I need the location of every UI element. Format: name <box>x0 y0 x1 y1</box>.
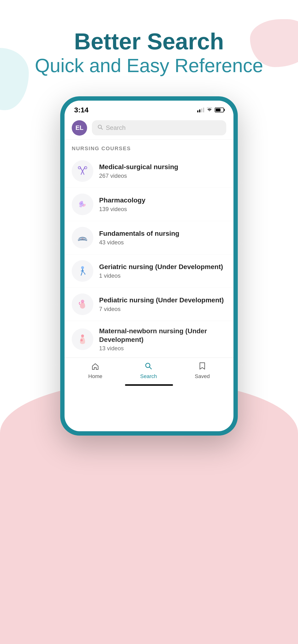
home-indicator <box>125 384 173 386</box>
app-header: EL Search <box>65 116 233 140</box>
course-title: Maternal-newborn nursing (Under Developm… <box>99 327 226 344</box>
course-count: 7 videos <box>99 306 226 312</box>
svg-line-4 <box>81 171 83 174</box>
headline-sub: Quick and Easy Reference <box>35 54 263 77</box>
search-nav-icon <box>145 362 152 372</box>
status-time: 3:14 <box>74 106 89 114</box>
course-count: 1 videos <box>99 272 226 279</box>
course-title: Medical-surgical nursing <box>99 163 226 171</box>
wifi-icon <box>207 107 212 112</box>
course-title: Pharmacology <box>99 196 226 204</box>
search-input-placeholder: Search <box>106 124 125 132</box>
svg-point-17 <box>80 339 83 342</box>
course-count: 13 videos <box>99 345 226 352</box>
course-title: Fundamentals of nursing <box>99 229 226 238</box>
signal-icon <box>197 108 204 112</box>
search-icon <box>98 124 103 131</box>
saved-icon <box>199 362 205 372</box>
course-icon-geriatric <box>72 260 93 282</box>
search-bar[interactable]: Search <box>92 120 226 135</box>
headline-main: Better Search <box>35 29 263 54</box>
phone-screen: 3:14 <box>65 100 233 431</box>
nav-item-saved[interactable]: Saved <box>195 362 210 380</box>
section-label: NURSING COURSES <box>65 140 233 154</box>
list-item[interactable]: Maternal-newborn nursing (Under Developm… <box>65 321 233 358</box>
course-count: 139 videos <box>99 206 226 212</box>
course-icon-fundamentals <box>72 227 93 248</box>
nav-label-saved: Saved <box>195 373 210 380</box>
list-item[interactable]: Pharmacology 139 videos <box>65 188 233 221</box>
svg-point-13 <box>81 266 84 269</box>
course-count: 267 videos <box>99 172 226 179</box>
nav-label-search: Search <box>140 373 157 380</box>
course-count: 43 videos <box>99 239 226 246</box>
headline-block: Better Search Quick and Easy Reference <box>35 29 263 77</box>
course-title: Pediatric nursing (Under Development) <box>99 296 226 304</box>
list-item[interactable]: Fundamentals of nursing 43 videos <box>65 221 233 254</box>
svg-line-1 <box>101 128 103 130</box>
status-bar: 3:14 <box>65 100 233 116</box>
battery-icon <box>215 108 224 112</box>
course-title: Geriatric nursing (Under Development) <box>99 262 226 271</box>
user-avatar[interactable]: EL <box>72 120 87 136</box>
status-icons <box>197 107 224 112</box>
svg-line-19 <box>150 367 152 369</box>
svg-line-5 <box>83 171 84 174</box>
list-item[interactable]: Medical-surgical nursing 267 videos <box>65 154 233 188</box>
course-icon-pharmacology <box>72 194 93 215</box>
phone-mockup: 3:14 <box>60 96 238 436</box>
course-icon-pediatric <box>72 294 93 315</box>
bottom-nav: Home Search <box>65 358 233 382</box>
course-icon-medical-surgical <box>72 160 93 182</box>
nav-label-home: Home <box>88 373 102 380</box>
list-item[interactable]: Pediatric nursing (Under Development) 7 … <box>65 288 233 321</box>
course-icon-maternal <box>72 328 93 350</box>
nav-item-home[interactable]: Home <box>88 362 102 380</box>
svg-point-14 <box>84 274 85 274</box>
nav-item-search[interactable]: Search <box>140 362 157 380</box>
course-list: Medical-surgical nursing 267 videos <box>65 154 233 358</box>
list-item[interactable]: Geriatric nursing (Under Development) 1 … <box>65 254 233 288</box>
home-icon <box>91 362 99 372</box>
